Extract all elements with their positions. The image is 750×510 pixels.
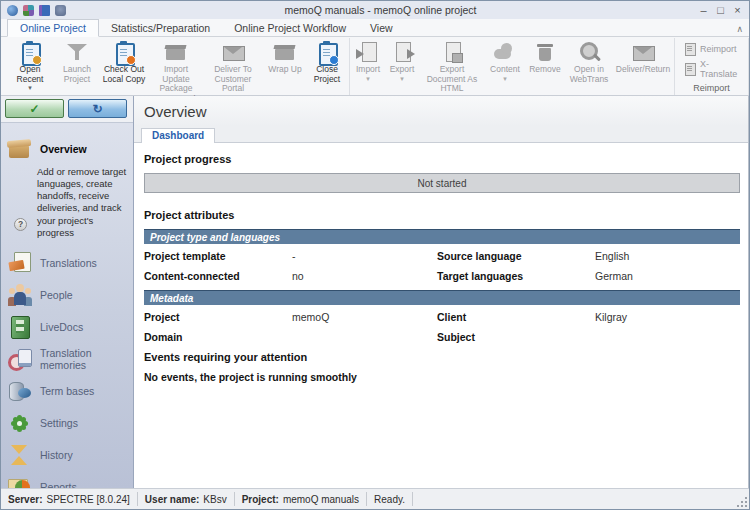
attr-value: - (292, 250, 437, 262)
check-out-local-copy-button[interactable]: Check Out Local Copy (98, 38, 150, 94)
attr-label: Domain (144, 331, 292, 343)
confirm-button[interactable]: ✓ (5, 99, 64, 118)
x-translate-button[interactable]: X-Translate (684, 59, 739, 79)
ribbon-group-document: Import ▾ Export ▾ Export Document As HTM… (350, 38, 675, 95)
attr-value (595, 331, 740, 343)
memoq-app-icon[interactable] (7, 5, 18, 16)
term-bases-icon (7, 378, 33, 404)
attr-label: Content-connected (144, 270, 292, 282)
status-project: Project: memoQ manuals (235, 492, 367, 506)
export-button[interactable]: Export ▾ (385, 38, 419, 101)
options-gear-icon[interactable] (23, 5, 34, 16)
server-label: Server: (8, 494, 42, 505)
document-html-icon (440, 40, 464, 64)
tab-online-project-workflow[interactable]: Online Project Workflow (222, 20, 358, 36)
button-label: Open in WebTrans (566, 65, 612, 84)
project-progress-heading: Project progress (144, 153, 740, 165)
button-label: Check Out Local Copy (99, 65, 149, 84)
clipboard-close-icon (315, 40, 339, 64)
help-icon[interactable]: ? (14, 218, 27, 231)
group-label-reimport: Reimport (676, 83, 747, 95)
sidebar-item-label: Translation memories (40, 347, 131, 371)
dropdown-arrow-icon: ▾ (28, 84, 32, 91)
launch-project-button[interactable]: Launch Project (56, 38, 98, 94)
events-message: No events, the project is running smooth… (144, 371, 740, 383)
close-icon[interactable]: × (729, 4, 746, 16)
import-button[interactable]: Import ▾ (351, 38, 385, 101)
status-user: User name: KBsv (138, 492, 235, 506)
sidebar-item-people[interactable]: People (1, 279, 133, 311)
project-attributes-heading: Project attributes (144, 209, 740, 221)
import-update-package-button[interactable]: Import Update Package (150, 38, 202, 94)
tab-view[interactable]: View (358, 20, 405, 36)
close-project-button[interactable]: Close Project (306, 38, 348, 94)
content-button[interactable]: Content ▾ (485, 38, 525, 101)
sidebar-item-label: Translations (40, 257, 97, 269)
sidebar-item-label: History (40, 449, 73, 461)
export-document-as-html-button[interactable]: Export Document As HTML ▾ (419, 38, 485, 101)
tab-online-project[interactable]: Online Project (7, 19, 99, 37)
translation-memories-icon (7, 346, 33, 372)
project-label: Project: (242, 494, 279, 505)
sidebar-item-reports[interactable]: Reports (1, 471, 133, 488)
sidebar-item-translations[interactable]: Translations (1, 247, 133, 279)
open-recent-button[interactable]: Open Recent ▾ (4, 38, 56, 94)
attr-row: Project memoQ Client Kilgray (144, 305, 740, 325)
document-import-icon (356, 40, 380, 64)
sidebar-item-label: People (40, 289, 73, 301)
wrap-up-button[interactable]: Wrap Up (264, 38, 306, 94)
gear-icon (7, 410, 33, 436)
sidebar-item-label: Settings (40, 417, 78, 429)
section-header-metadata: Metadata (144, 290, 740, 305)
attr-value (292, 331, 437, 343)
window-controls: – □ × (695, 4, 746, 16)
envelope-icon (221, 40, 245, 64)
button-label: Remove (529, 65, 561, 75)
sidebar-item-overview[interactable]: Overview (1, 133, 133, 165)
server-value: SPECTRE [8.0.24] (46, 494, 129, 505)
open-in-webtrans-button[interactable]: Open in WebTrans (565, 38, 613, 101)
deliver-return-button[interactable]: Deliver/Return (613, 38, 673, 101)
trash-icon (533, 40, 557, 64)
sidebar-item-translation-memories[interactable]: Translation memories (1, 343, 133, 375)
sidebar-item-label: LiveDocs (40, 321, 83, 333)
sidebar-item-label: Term bases (40, 385, 94, 397)
attr-value: no (292, 270, 437, 282)
dropdown-arrow-icon: ▾ (366, 75, 370, 82)
sidebar-item-livedocs[interactable]: LiveDocs (1, 311, 133, 343)
button-label: Launch Project (57, 65, 97, 84)
server-administrator-icon[interactable] (55, 5, 66, 16)
progress-bar: Not started (144, 173, 740, 193)
tab-statistics-preparation[interactable]: Statistics/Preparation (99, 20, 222, 36)
sidebar-item-history[interactable]: History (1, 439, 133, 471)
document-export-icon (390, 40, 414, 64)
sidebar-item-settings[interactable]: Settings (1, 407, 133, 439)
check-icon: ✓ (29, 102, 39, 116)
maximize-icon[interactable]: □ (712, 4, 729, 16)
pie-chart-icon (7, 474, 33, 488)
attr-label: Project template (144, 250, 292, 262)
pane-action-buttons: ✓ ↻ (1, 96, 133, 123)
page-title: Overview (134, 96, 748, 126)
sidebar-item-term-bases[interactable]: Term bases (1, 375, 133, 407)
tab-dashboard[interactable]: Dashboard (141, 128, 215, 143)
translations-icon (7, 250, 33, 276)
reimport-button[interactable]: Reimport (684, 43, 739, 55)
resize-grip[interactable] (737, 497, 747, 507)
collapse-ribbon-icon[interactable]: ∧ (736, 24, 743, 34)
remove-button[interactable]: Remove (525, 38, 565, 101)
attr-value: Kilgray (595, 311, 740, 323)
ready-text: Ready. (374, 494, 405, 505)
deliver-to-customer-portal-button[interactable]: Deliver To Customer Portal (202, 38, 264, 94)
button-label: Wrap Up (268, 65, 301, 75)
button-label: X-Translate (700, 59, 739, 79)
attr-label: Subject (437, 331, 595, 343)
cloud-icon (493, 40, 517, 64)
attr-label: Client (437, 311, 595, 323)
resource-console-icon[interactable] (39, 5, 50, 16)
people-icon (7, 282, 33, 308)
minimize-icon[interactable]: – (695, 4, 712, 16)
sync-button[interactable]: ↻ (68, 99, 127, 118)
overview-description: Add or remove target languages, create h… (1, 165, 133, 247)
ribbon-group-reimport: Reimport X-Translate Reimport (675, 38, 749, 95)
